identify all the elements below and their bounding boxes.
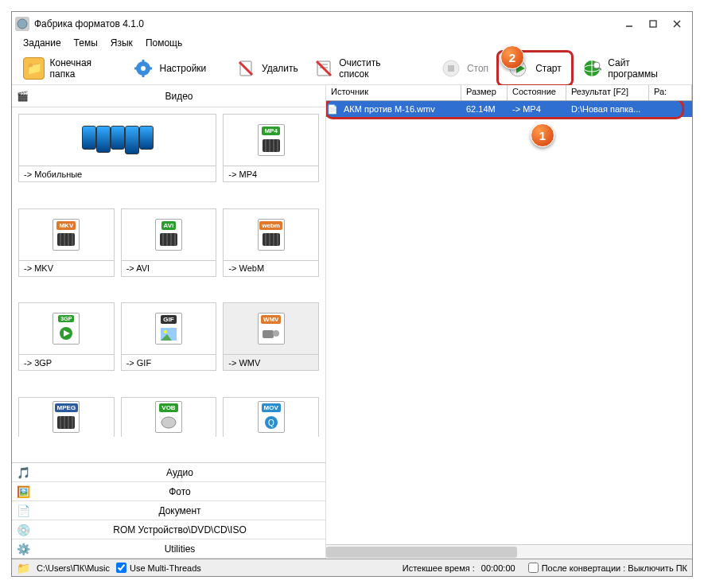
window-title: Фабрика форматов 4.1.0 [34, 18, 617, 29]
menu-language[interactable]: Язык [104, 36, 139, 52]
table-row[interactable]: 📄 АКМ против М-16.wmv 62.14M -> MP4 D:\Н… [326, 101, 692, 117]
col-rest[interactable]: Ра: [649, 85, 692, 100]
maximize-button[interactable] [641, 15, 665, 33]
minimize-button[interactable] [617, 15, 641, 33]
horizontal-scrollbar[interactable] [326, 544, 692, 559]
settings-button[interactable]: Настройки [126, 54, 212, 83]
gear-small-icon: ⚙️ [12, 543, 34, 555]
tile-mp4-label: -> MP4 [224, 165, 318, 181]
tile-gif[interactable]: GIF -> GIF [121, 302, 217, 371]
3gp-icon: 3GP [53, 313, 80, 345]
mp4-icon: MP4 [258, 124, 285, 156]
mobile-devices-icon [82, 126, 154, 154]
vob-icon: VOB [155, 401, 182, 433]
tile-wmv[interactable]: WMV -> WMV [223, 302, 319, 371]
settings-label: Настройки [159, 63, 206, 74]
menubar: Задание Темы Язык Помощь [12, 36, 692, 52]
elapsed-label: Истекшее время : [403, 563, 475, 573]
col-state[interactable]: Состояние [508, 85, 566, 100]
tile-vob[interactable]: VOB [121, 397, 217, 437]
file-icon: 📄 [326, 104, 339, 115]
cat-audio[interactable]: 🎵Аудио [12, 463, 325, 482]
cat-utilities[interactable]: ⚙️Utilities [12, 539, 325, 559]
svg-point-6 [141, 66, 146, 71]
svg-rect-2 [650, 21, 656, 27]
svg-rect-18 [448, 65, 454, 72]
after-convert-option[interactable]: После конвертации : Выключить ПК [528, 563, 687, 573]
tile-mov[interactable]: MOVQ [223, 397, 319, 437]
menu-help[interactable]: Помощь [139, 36, 189, 52]
cat-photo[interactable]: 🖼️Фото [12, 482, 325, 501]
target-folder-label: Конечная папка [49, 57, 118, 80]
delete-icon [235, 57, 257, 80]
col-result[interactable]: Результат [F2] [566, 85, 649, 100]
disc-icon: 💿 [12, 524, 34, 536]
gif-icon: GIF [155, 313, 182, 345]
cat-document[interactable]: 📄Документ [12, 501, 325, 520]
tile-mpeg[interactable]: MPEG [18, 397, 115, 437]
stop-button[interactable]: Стоп [434, 54, 495, 83]
tile-avi[interactable]: AVI -> AVI [121, 208, 217, 277]
close-button[interactable] [665, 15, 689, 33]
folder-icon: 📁 [23, 57, 45, 80]
tile-mobile-label: -> Мобильные [19, 165, 216, 181]
tile-mkv-label: -> MKV [19, 260, 114, 276]
wmv-icon: WMV [258, 313, 285, 345]
target-folder-button[interactable]: 📁 Конечная папка [17, 54, 124, 83]
status-bar: 📁 C:\Users\ПК\Music Use Multi-Threads Ис… [12, 559, 692, 576]
tile-webm-label: -> WebM [224, 260, 318, 276]
menu-themes[interactable]: Темы [68, 36, 104, 52]
col-source[interactable]: Источник [326, 85, 461, 100]
tile-mobile[interactable]: -> Мобильные [18, 114, 216, 182]
gear-icon [132, 57, 154, 80]
after-convert-checkbox[interactable] [528, 563, 539, 573]
toolbar: 📁 Конечная папка Настройки Удалить Очист… [12, 52, 692, 85]
tile-webm[interactable]: webm -> WebM [223, 208, 319, 277]
list-body: 📄 АКМ против М-16.wmv 62.14M -> MP4 D:\Н… [326, 101, 692, 544]
titlebar: Фабрика форматов 4.1.0 [12, 12, 692, 36]
tile-mp4[interactable]: MP4 -> MP4 [223, 114, 319, 182]
right-panel: Источник Размер Состояние Результат [F2]… [326, 85, 692, 559]
svg-point-29 [164, 330, 167, 333]
cell-state: -> MP4 [508, 104, 566, 114]
site-label: Сайт программы [608, 57, 681, 80]
content-area: 🎬 Видео -> Мобильные MP4 -> MP4 [12, 85, 692, 559]
clear-list-button[interactable]: Очистить список [306, 54, 418, 83]
delete-button[interactable]: Удалить [228, 54, 305, 83]
left-panel: 🎬 Видео -> Мобильные MP4 -> MP4 [12, 85, 326, 559]
delete-label: Удалить [262, 63, 298, 74]
mov-icon: MOVQ [258, 401, 285, 433]
svg-point-0 [18, 19, 27, 29]
multithread-option[interactable]: Use Multi-Threads [116, 563, 201, 573]
app-window: Фабрика форматов 4.1.0 Задание Темы Язык… [11, 11, 693, 577]
format-grid: -> Мобильные MP4 -> MP4 MKV -> MKV AVI -… [12, 107, 325, 462]
cat-rom[interactable]: 💿ROM Устройство\DVD\CD\ISO [12, 520, 325, 539]
elapsed-value: 00:00:00 [481, 563, 515, 573]
tile-mkv[interactable]: MKV -> MKV [18, 208, 115, 277]
cell-source: АКМ против М-16.wmv [339, 104, 461, 114]
left-header: 🎬 Видео [12, 85, 325, 107]
webm-icon: webm [258, 219, 285, 251]
svg-point-32 [273, 330, 279, 337]
tile-3gp-label: -> 3GP [19, 354, 114, 370]
svg-point-33 [161, 417, 176, 428]
svg-text:Q: Q [268, 419, 274, 427]
callout-1: 1 [531, 123, 554, 147]
multithread-checkbox[interactable] [116, 563, 126, 573]
app-icon [15, 17, 29, 31]
avi-icon: AVI [155, 219, 182, 251]
list-header: Источник Размер Состояние Результат [F2]… [326, 85, 692, 101]
scrollbar-thumb[interactable] [326, 547, 517, 558]
col-size[interactable]: Размер [461, 85, 508, 100]
svg-rect-31 [263, 330, 274, 338]
stop-icon [440, 57, 462, 80]
tile-3gp[interactable]: 3GP -> 3GP [18, 302, 115, 371]
status-folder-icon: 📁 [17, 562, 30, 574]
menu-task[interactable]: Задание [17, 36, 68, 52]
after-convert-label: После конвертации : Выключить ПК [542, 563, 687, 573]
left-header-label: Видео [33, 91, 325, 102]
status-path: C:\Users\ПК\Music [37, 563, 110, 573]
audio-icon: 🎵 [12, 466, 34, 479]
site-button[interactable]: Сайт программы [575, 54, 687, 83]
start-label: Старт [535, 63, 562, 74]
